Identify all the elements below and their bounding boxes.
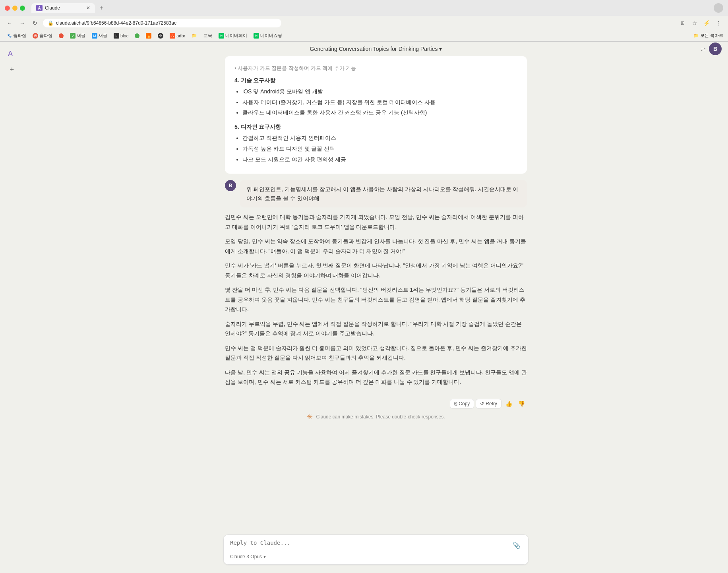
bookmark-icon: A bbox=[170, 33, 175, 39]
tab-title: Claude bbox=[45, 5, 60, 11]
bookmark-red[interactable] bbox=[57, 33, 65, 39]
traffic-lights bbox=[5, 6, 25, 11]
claude-favicon: A bbox=[36, 5, 43, 11]
header-right: ⇌ B bbox=[701, 43, 722, 55]
response-para-5: 술자리가 무르익을 무렵, 민수 씨는 앱에서 직접 질문을 작성하기로 합니다… bbox=[225, 319, 527, 339]
bookmark-icon: N bbox=[254, 33, 259, 39]
input-area: 📎 Claude 3 Opus ▾ bbox=[217, 530, 535, 571]
bookmark-education[interactable]: 교육 bbox=[202, 32, 214, 39]
input-footer: Claude 3 Opus ▾ bbox=[230, 554, 522, 559]
response-para-6: 민수 씨는 앱 덕분에 술자리가 훨씬 더 흥미롭고 의미 있었다고 생각합니다… bbox=[225, 343, 527, 363]
content-wrapper: • 사용자가 카드 질문을 작성하며 카드 덱에 추가 기능 4. 기술 요구사… bbox=[225, 56, 527, 424]
user-avatar: B bbox=[709, 43, 722, 55]
bookmark-naverpay[interactable]: N 네이버페이 bbox=[217, 32, 249, 39]
bookmark-soompajip1[interactable]: 🐾 숨파집 bbox=[5, 32, 28, 39]
thumbs-down-button[interactable]: 👎 bbox=[516, 398, 527, 409]
new-tab-button[interactable]: + bbox=[97, 3, 106, 13]
list-item: 클라우드 데이터베이스를 통한 사용자 간 커스텀 카드 공유 기능 (선택사항… bbox=[242, 108, 517, 118]
bookmark-saegul2[interactable]: M 새글 bbox=[90, 32, 109, 39]
tab-close-icon[interactable]: ✕ bbox=[86, 5, 90, 11]
refresh-button[interactable]: ↻ bbox=[30, 18, 40, 28]
bookmark-adbr[interactable]: A adbr bbox=[168, 32, 187, 39]
model-name: Claude 3 Opus bbox=[230, 554, 262, 559]
bookmarks-bar: 🐾 숨파집 숨 숨파집 V 새글 M 새글 b bloc 🔥 ⚙ bbox=[0, 30, 728, 41]
list-item: 사용자 데이터 (즐거찾기, 커스텀 카드 등) 저장을 위한 로컬 데이터베이… bbox=[242, 98, 517, 107]
retry-icon: ↺ bbox=[480, 401, 484, 407]
sidebar: A + bbox=[0, 42, 24, 571]
attach-button[interactable]: 📎 bbox=[511, 540, 522, 551]
user-message-bubble: 위 페인포인트, 기능명세서를 참고해서 이 앱을 사용하는 사람의 가상의 시… bbox=[240, 180, 527, 207]
bookmark-bloc[interactable]: b bloc bbox=[112, 32, 130, 39]
chat-title-text: Generating Conversation Topics for Drink… bbox=[310, 46, 438, 52]
minimize-button[interactable] bbox=[12, 6, 17, 11]
forward-button[interactable]: → bbox=[17, 18, 27, 28]
list-item: 다크 모드 지원으로 야간 사용 편의성 제공 bbox=[242, 155, 517, 165]
disclaimer-text: Claude can make mistakes. Please double-… bbox=[316, 414, 445, 420]
tab-bar: A Claude ✕ + bbox=[31, 3, 106, 13]
bookmark-navershop[interactable]: N 네이버쇼핑 bbox=[252, 32, 284, 39]
new-chat-button[interactable]: + bbox=[6, 64, 17, 75]
screenshot-btn[interactable]: ⊞ bbox=[678, 18, 687, 28]
green-dot-icon bbox=[135, 33, 139, 38]
copy-icon: ⎘ bbox=[454, 401, 457, 407]
maximize-button[interactable] bbox=[20, 6, 25, 11]
input-box: 📎 Claude 3 Opus ▾ bbox=[223, 534, 529, 565]
chat-header: Generating Conversation Topics for Drink… bbox=[24, 42, 728, 56]
chat-title: Generating Conversation Topics for Drink… bbox=[310, 46, 442, 52]
section-5-header: 5. 디자인 요구사항 bbox=[234, 122, 517, 132]
app-container: A + Generating Conversation Topics for D… bbox=[0, 42, 728, 571]
bookmark-icon: V bbox=[70, 33, 76, 39]
bookmark-btn[interactable]: ☆ bbox=[690, 18, 699, 28]
chat-messages[interactable]: • 사용자가 카드 질문을 작성하며 카드 덱에 추가 기능 4. 기술 요구사… bbox=[24, 56, 728, 530]
claude-footer: ✳ Claude can make mistakes. Please doubl… bbox=[225, 409, 527, 424]
message-input[interactable] bbox=[230, 540, 511, 549]
user-message-text: 위 페인포인트, 기능명세서를 참고해서 이 앱을 사용하는 사람의 가상의 시… bbox=[246, 186, 518, 201]
extensions-btn[interactable]: ⚡ bbox=[702, 18, 711, 28]
bookmark-icon: b bbox=[114, 33, 119, 39]
adjust-icon[interactable]: ⇌ bbox=[701, 45, 706, 53]
address-bar[interactable]: 🔒 claude.ai/chat/9fb64856-b88d-44e2-87d0… bbox=[43, 19, 281, 27]
copy-button[interactable]: ⎘ Copy bbox=[450, 399, 474, 408]
list-item: 가독성 높은 카드 디자인 및 글꼴 선택 bbox=[242, 144, 517, 154]
response-para-3: 민수 씨가 '카드 뽑기' 버튼을 누르자, 첫 번째 질문이 화면에 나타납니… bbox=[225, 261, 527, 280]
svg-text:A: A bbox=[8, 50, 13, 58]
bookmark-icon: 🔥 bbox=[146, 33, 151, 39]
retry-label: Retry bbox=[486, 401, 497, 407]
close-button[interactable] bbox=[5, 6, 10, 11]
tab-claude[interactable]: A Claude ✕ bbox=[31, 3, 95, 13]
nav-bar: ← → ↻ 🔒 claude.ai/chat/9fb64856-b88d-44e… bbox=[0, 16, 728, 30]
message-actions: ⎘ Copy ↺ Retry 👍 👎 bbox=[225, 398, 527, 409]
folder-icon: 📁 bbox=[192, 33, 197, 38]
back-button[interactable]: ← bbox=[5, 18, 14, 28]
bookmark-soompajip2[interactable]: 숨 숨파집 bbox=[31, 32, 54, 39]
bookmark-icon: ⚙ bbox=[158, 33, 163, 39]
red-dot-icon bbox=[59, 33, 64, 38]
all-bookmarks[interactable]: 📁 모든 북마크 bbox=[693, 33, 723, 39]
list-item: iOS 및 Android용 모바일 앱 개발 bbox=[242, 87, 517, 97]
bookmark-firebase[interactable]: 🔥 bbox=[144, 32, 153, 39]
window-control bbox=[714, 3, 723, 13]
bookmark-github[interactable]: ⚙ bbox=[156, 32, 165, 39]
design-requirements-list: 간결하고 직관적인 사용자 인터페이스 가독성 높은 카드 디자인 및 글꼴 선… bbox=[234, 134, 517, 164]
bookmark-folder[interactable]: 📁 bbox=[190, 32, 199, 39]
response-para-7: 다음 날, 민수 씨는 앱의 공유 기능을 사용하여 어제 즐겨찾기에 추가한 … bbox=[225, 368, 527, 387]
settings-btn[interactable]: ⋮ bbox=[714, 18, 723, 28]
tech-requirements-list: iOS 및 Android용 모바일 앱 개발 사용자 데이터 (즐거찾기, 커… bbox=[234, 87, 517, 118]
retry-button[interactable]: ↺ Retry bbox=[476, 399, 501, 408]
bookmark-icon: M bbox=[92, 33, 97, 39]
copy-label: Copy bbox=[459, 401, 470, 407]
assistant-message-top: • 사용자가 카드 질문을 작성하며 카드 덱에 추가 기능 4. 기술 요구사… bbox=[225, 56, 527, 174]
main-content: Generating Conversation Topics for Drink… bbox=[24, 42, 728, 571]
model-selector[interactable]: Claude 3 Opus ▾ bbox=[230, 554, 266, 559]
title-dropdown-icon[interactable]: ▾ bbox=[439, 46, 442, 52]
bookmark-icon: N bbox=[219, 33, 224, 39]
carried-text: • 사용자가 카드 질문을 작성하며 카드 덱에 추가 기능 bbox=[234, 64, 517, 73]
claude-logo-icon: ✳ bbox=[307, 412, 313, 421]
thumbs-up-button[interactable]: 👍 bbox=[503, 398, 514, 409]
user-message-avatar: B bbox=[225, 180, 236, 191]
bookmark-icon: 숨 bbox=[33, 33, 38, 39]
bookmark-green-dot[interactable] bbox=[133, 33, 141, 39]
bookmark-saegul[interactable]: V 새글 bbox=[68, 32, 87, 39]
claude-logo: A bbox=[5, 46, 19, 61]
response-para-4: 몇 잔을 더 마신 후, 민수 씨는 다음 질문을 선택합니다. "당신의 버킷… bbox=[225, 285, 527, 314]
